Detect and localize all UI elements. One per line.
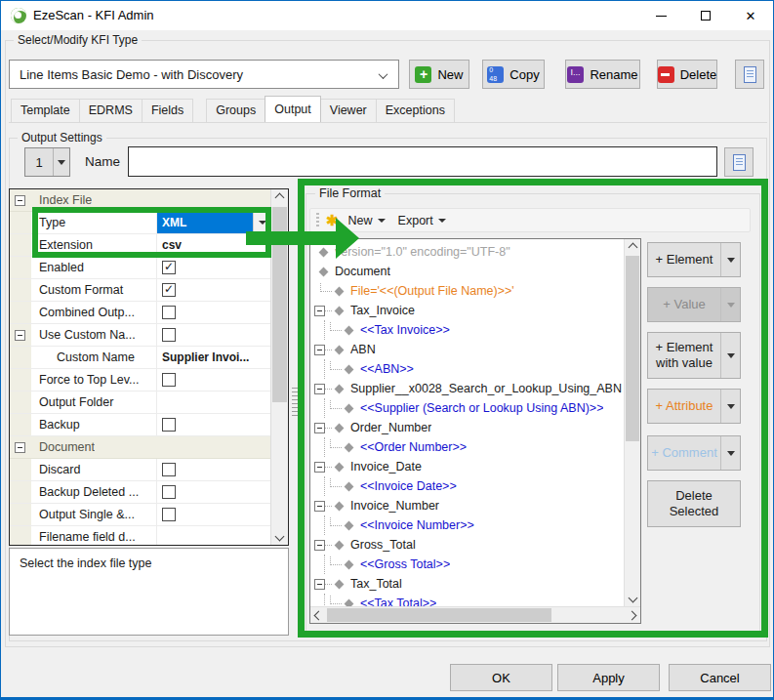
checkbox-unchecked[interactable] [162,373,176,387]
scroll-down-icon[interactable] [625,590,640,606]
tree-new-menu-button[interactable]: New [346,212,388,229]
tree-vertical-scrollbar[interactable] [624,239,640,606]
property-value[interactable]: Supplier Invoi... [156,347,270,368]
property-value[interactable] [156,481,270,503]
rename-kfi-button[interactable]: Rename [565,60,640,89]
collapse-icon[interactable] [15,442,25,453]
comment-button[interactable]: + Comment [647,435,741,471]
tree-export-menu-button[interactable]: Export [395,212,449,229]
delete-kfi-button[interactable]: Delete [657,60,717,89]
button-dropdown-part[interactable] [720,436,740,470]
scroll-right-icon[interactable] [624,607,640,623]
tree-node-document[interactable]: Document [314,262,623,281]
panel-splitter-grip[interactable] [292,388,300,419]
tab-output[interactable]: Output [265,96,321,122]
new-kfi-button[interactable]: New [409,60,469,89]
property-row-discard[interactable]: Discard [10,459,270,481]
property-row-output-folder[interactable]: Output Folder [10,391,270,414]
property-grid-scrollbar[interactable] [270,189,288,545]
collapse-icon[interactable] [314,345,325,355]
element-button[interactable]: + Element [647,242,741,277]
button-dropdown-part[interactable] [720,243,740,276]
property-value[interactable] [156,504,270,525]
apply-button[interactable]: Apply [557,664,660,691]
property-row-backup[interactable]: Backup [10,414,270,436]
checkbox-unchecked[interactable] [162,485,176,499]
property-value[interactable]: XML [156,212,270,233]
property-value[interactable] [156,324,270,346]
property-row-output-single[interactable]: Output Single &... [10,504,270,526]
property-value[interactable] [156,526,270,546]
collapse-icon[interactable] [314,579,325,590]
collapse-icon[interactable] [314,423,325,433]
tree-node-supplier-x0028-search-or-looku[interactable]: Supplier__x0028_Search_or_Lookup_Using_A… [314,379,623,398]
property-row-use-custom-na[interactable]: Use Custom Na... [10,324,270,347]
property-value[interactable] [156,391,270,413]
property-row-custom-name[interactable]: Custom NameSupplier Invoi... [10,347,270,369]
scroll-up-icon[interactable] [271,189,288,206]
close-button[interactable]: ✕ [728,1,773,30]
scrollbar-thumb[interactable] [626,256,639,441]
kfi-type-dropdown[interactable]: Line Items Basic Demo - with Discovery [9,60,399,89]
property-value[interactable] [156,257,270,278]
tree-node-gross-total[interactable]: <<Gross Total>> [314,555,623,574]
property-value[interactable] [156,302,270,323]
property-row-force-to-top-lev[interactable]: Force to Top Lev... [10,369,270,391]
collapse-icon[interactable] [15,330,25,341]
tree-node-abn[interactable]: ABN [314,340,623,359]
tree-node-file-output-file-name[interactable]: File='<<(Output File Name)>>' [314,281,623,301]
tab-exceptions[interactable]: Exceptions [376,99,455,122]
property-row-custom-format[interactable]: Custom Format [10,279,270,302]
tree-node-gross-total[interactable]: Gross_Total [314,535,623,555]
property-value[interactable] [156,369,270,391]
tab-edrms[interactable]: EDRMS [79,99,143,122]
collapse-icon[interactable] [314,306,325,316]
minimize-button[interactable] [638,1,683,30]
output-number-dropdown[interactable]: 1 [24,147,70,177]
tree-node-tax-invoice[interactable]: <<Tax Invoice>> [314,320,623,340]
tree-node-invoice-date[interactable]: <<Invoice Date>> [314,476,623,496]
property-row-combined-outp[interactable]: Combined Outp... [10,302,270,324]
collapse-icon[interactable] [314,384,325,394]
property-value[interactable] [156,279,270,301]
collapse-icon[interactable] [314,501,325,512]
scroll-down-icon[interactable] [271,528,288,545]
scrollbar-thumb[interactable] [272,207,287,402]
tree-node-supplier-search-or-lookup-usin[interactable]: <<Supplier (Search or Lookup Using ABN)>… [314,398,623,418]
property-row-backup-deleted[interactable]: Backup Deleted ... [10,481,270,504]
property-section-index-file[interactable]: Index File [10,189,270,212]
value-dropdown-button[interactable] [253,212,270,233]
property-row-extension[interactable]: Extensioncsv [10,234,270,257]
tab-fields[interactable]: Fields [142,99,193,122]
tab-viewer[interactable]: Viewer [320,99,377,122]
button-dropdown-part[interactable] [720,390,740,423]
tree-horizontal-scrollbar[interactable] [310,606,640,623]
tree-node-tax-total[interactable]: Tax_Total [314,574,623,594]
tree-node-version-1-0-encoding-utf-8[interactable]: version="1.0" encoding="UTF-8" [314,242,623,262]
tree-node-order-number[interactable]: Order_Number [314,418,623,437]
collapse-icon[interactable] [314,462,325,473]
tab-template[interactable]: Template [11,99,80,122]
tree-node-tax-invoice[interactable]: Tax_Invoice [314,301,623,320]
checkbox-unchecked[interactable] [162,508,176,521]
property-row-filename-field-d[interactable]: Filename field d... [10,526,270,546]
checkbox-checked[interactable] [162,283,176,297]
ok-button[interactable]: OK [450,664,552,691]
tree-node-order-number[interactable]: <<Order Number>> [314,437,623,457]
checkbox-checked[interactable] [162,261,176,274]
scrollbar-thumb[interactable] [327,608,551,622]
collapse-icon[interactable] [314,540,325,551]
element-with-value-button[interactable]: + Element with value [647,332,741,379]
attribute-button[interactable]: + Attribute [647,389,741,424]
delete-selected-button[interactable]: Delete Selected [647,480,741,527]
property-row-enabled[interactable]: Enabled [10,257,270,279]
checkbox-unchecked[interactable] [162,306,176,319]
name-notes-button[interactable] [724,147,754,177]
property-value[interactable] [156,459,270,480]
tab-groups[interactable]: Groups [206,99,265,122]
scroll-left-icon[interactable] [310,607,327,623]
tree-node-invoice-number[interactable]: Invoice_Number [314,496,623,515]
tree-node-abn[interactable]: <<ABN>> [314,359,623,379]
checkbox-unchecked[interactable] [162,463,176,476]
kfi-notes-button[interactable] [735,60,764,89]
